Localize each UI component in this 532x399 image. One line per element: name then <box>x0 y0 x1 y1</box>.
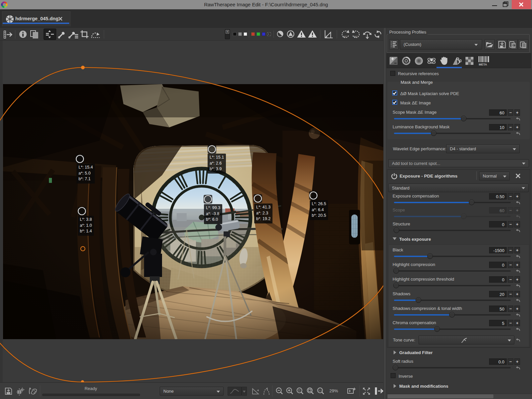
svg-text:90°: 90° <box>343 35 347 38</box>
svg-text:90°: 90° <box>354 35 358 38</box>
svg-text:META: META <box>479 63 487 66</box>
svg-text:1:1: 1:1 <box>318 389 322 392</box>
